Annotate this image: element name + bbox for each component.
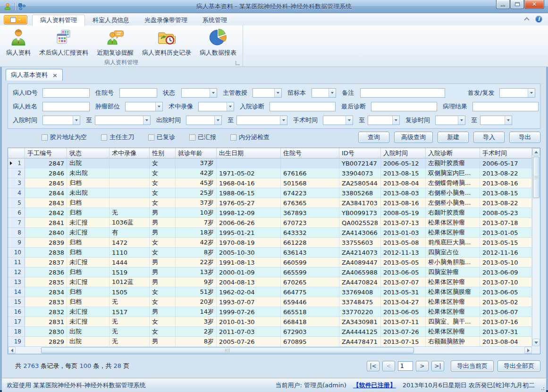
tab-patient-data-management[interactable]: 病人资料管理	[32, 15, 85, 25]
row-number-cell[interactable]: 9	[8, 238, 25, 248]
grid-column-header[interactable]: 出生日期	[217, 148, 281, 158]
table-row[interactable]: 192829出院无男8岁2005-07-26670895ZA4478471201…	[8, 337, 532, 346]
tab-department-staff-info[interactable]: 科室人员信息	[85, 15, 137, 25]
table-row[interactable]: 82840未汇报有男18岁1995-01-21643332ZA414306620…	[8, 228, 532, 238]
pathology-result-field-input[interactable]	[472, 102, 539, 111]
patient-name-field-input[interactable]	[42, 102, 90, 111]
export-current-page-button[interactable]: 导出当前页	[451, 360, 494, 372]
chevron-down-icon[interactable]	[458, 116, 465, 125]
grid-column-header[interactable]: 性别	[150, 148, 176, 158]
chevron-down-icon[interactable]	[274, 89, 281, 97]
grid-select-all-corner[interactable]	[8, 148, 25, 158]
next-page-button[interactable]: >	[416, 361, 429, 371]
admission-diagnosis-field-input[interactable]	[270, 102, 336, 111]
tab-disc-tape-management[interactable]: 光盘录像带管理	[137, 15, 195, 25]
first-page-button[interactable]: |<	[367, 361, 379, 371]
checkbox-icon[interactable]	[101, 134, 107, 141]
admission-no-field-input[interactable]	[119, 88, 157, 98]
info-icon[interactable]: i	[535, 16, 542, 23]
reported-checkbox[interactable]: 已汇报	[189, 133, 216, 142]
query-button[interactable]: 查询	[358, 132, 389, 143]
chevron-down-icon[interactable]	[214, 116, 221, 125]
row-number-cell[interactable]: 15	[8, 297, 25, 307]
revisit-reminder-button[interactable]: 近期复诊提醒	[93, 26, 138, 58]
discharge-date-from-field-combo[interactable]	[186, 116, 222, 125]
status-field-combo[interactable]	[181, 88, 217, 98]
table-row[interactable]: 42844未出院女25岁1988-06-15674223338052682013…	[8, 188, 532, 198]
grid-column-header[interactable]: 入院时间	[381, 148, 426, 158]
patient-id-field-input[interactable]	[42, 88, 90, 98]
chevron-down-icon[interactable]	[155, 102, 162, 111]
grid-column-header[interactable]: ID号	[339, 148, 381, 158]
dialog-launcher-icon[interactable]	[236, 61, 240, 65]
revisit-date-from-field-combo[interactable]	[435, 116, 465, 125]
table-row[interactable]: 12847出院女37岁YB00721472006-05-12左额叶胶质瘤2006…	[8, 158, 532, 168]
row-number-cell[interactable]: 4	[8, 188, 25, 198]
postop-report-button[interactable]: 术后病人汇报资料	[35, 26, 93, 58]
checkbox-icon[interactable]	[148, 134, 154, 141]
table-row[interactable]: 142834归档1505女51岁1962-02-0466477533769408…	[8, 287, 532, 297]
scroll-left-icon[interactable]	[8, 347, 16, 354]
close-tab-icon[interactable]: ×	[52, 72, 58, 78]
grid-column-header[interactable]: 术中录像	[110, 148, 150, 158]
resize-grip[interactable]	[540, 386, 545, 391]
table-row[interactable]: 72841未汇报1036蓝男7岁2006-06-26670723QA002552…	[8, 218, 532, 228]
table-row[interactable]: 52843归档女37岁1976-05-27676365ZA38417032013…	[8, 198, 532, 208]
surgery-date-to-field-combo[interactable]	[368, 116, 400, 125]
scroll-down-icon[interactable]	[532, 339, 540, 346]
grid-column-header[interactable]: 入院诊断	[426, 148, 480, 158]
table-row[interactable]: 152833归档无女20岁1993-07-0765944633748475201…	[8, 297, 532, 307]
row-number-cell[interactable]: 11	[8, 258, 25, 267]
specimen-field-combo[interactable]	[312, 88, 336, 98]
chief-professor-field-combo[interactable]	[253, 88, 282, 98]
table-row[interactable]: 172831未汇报无女3岁2010-01-30668418ZA343098120…	[8, 317, 532, 327]
row-number-cell[interactable]: 19	[8, 337, 25, 346]
chevron-down-icon[interactable]	[73, 116, 80, 125]
first-recurrence-field-combo[interactable]	[499, 88, 535, 98]
admission-date-from-field-combo[interactable]	[42, 116, 80, 125]
row-number-cell[interactable]: 3	[8, 178, 25, 188]
checkbox-icon[interactable]	[42, 134, 48, 141]
export-all-pages-button[interactable]: 导出全部页	[497, 360, 540, 372]
scroll-up-icon[interactable]	[532, 148, 540, 156]
tab-patient-basic-info[interactable]: 病人基本资料 ×	[6, 69, 63, 81]
checkbox-icon[interactable]	[189, 134, 195, 141]
chevron-down-icon[interactable]	[505, 116, 512, 125]
final-diagnosis-field-input[interactable]	[371, 102, 437, 111]
remark-field-input[interactable]	[360, 88, 445, 98]
table-row[interactable]: 162832未汇报1517男14岁1999-07-266655183377022…	[8, 307, 532, 317]
grid-column-header[interactable]: 手术时间	[480, 148, 532, 158]
vertical-scroll-thumb[interactable]	[533, 157, 540, 198]
page-number-input[interactable]	[398, 361, 413, 371]
table-row[interactable]: 122836归档1519男13岁2000-01-09665599ZA406598…	[8, 267, 532, 277]
scroll-right-icon[interactable]	[524, 347, 532, 354]
chevron-down-icon[interactable]	[227, 102, 234, 111]
last-page-button[interactable]: >|	[431, 361, 444, 371]
row-number-cell[interactable]: 8	[8, 228, 25, 238]
row-number-cell[interactable]: 7	[8, 218, 25, 228]
minimize-button[interactable]	[496, 0, 510, 9]
prev-page-button[interactable]: <	[382, 361, 395, 371]
film-address-empty-checkbox[interactable]: 胶片地址为空	[42, 133, 87, 142]
export-button[interactable]: 导出	[509, 132, 540, 143]
patient-report-button[interactable]: 病人数据报表	[195, 26, 241, 58]
chevron-down-icon[interactable]	[346, 116, 353, 125]
table-row[interactable]: 102838归档1110女8岁2005-10-30636143ZA4214073…	[8, 248, 532, 258]
grid-column-header[interactable]: 就诊年龄	[176, 148, 217, 158]
surgery-date-from-field-combo[interactable]	[323, 116, 353, 125]
admission-date-to-field-combo[interactable]	[95, 116, 151, 125]
horizontal-scroll-thumb[interactable]	[41, 347, 414, 353]
patient-data-button[interactable]: 病人资料	[2, 26, 35, 58]
collapse-ribbon-icon[interactable]	[524, 17, 529, 22]
chevron-down-icon[interactable]	[280, 116, 287, 125]
row-number-cell[interactable]: 1	[8, 158, 25, 168]
chevron-down-icon[interactable]	[528, 89, 535, 97]
revisited-checkbox[interactable]: 已复诊	[148, 133, 175, 142]
close-button[interactable]: ✕	[524, 0, 544, 9]
director-surgeon-checkbox[interactable]: 主任主刀	[101, 133, 134, 142]
chevron-down-icon[interactable]	[392, 116, 399, 125]
vertical-scrollbar[interactable]	[532, 148, 540, 346]
endocrine-exam-checkbox[interactable]: 内分泌检查	[230, 133, 270, 142]
grid-column-header[interactable]: 手工编号	[25, 148, 67, 158]
chevron-down-icon[interactable]	[329, 89, 336, 97]
